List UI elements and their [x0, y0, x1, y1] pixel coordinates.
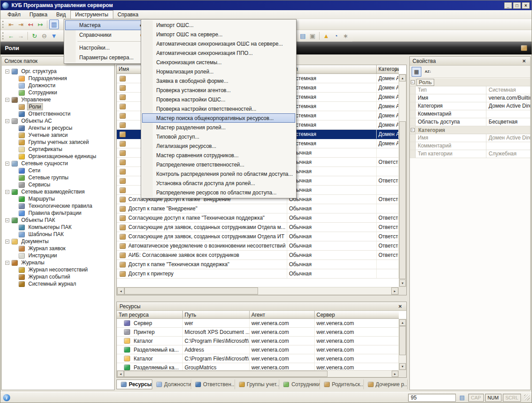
roles-table-row[interactable]: Доступ к принтеруОбычная — [117, 269, 399, 279]
resource-row[interactable]: Разделяемый ка...Addresswer.venera.comwe… — [117, 345, 399, 354]
close-icon[interactable]: × — [520, 58, 528, 64]
scroll-thumb[interactable] — [124, 371, 328, 377]
tree-node-Сетевые сущности[interactable]: −Сетевые сущности — [3, 160, 113, 167]
roles-vertical-scrollbar[interactable]: ▲ ▼ — [399, 74, 406, 287]
roles-table-row[interactable]: Согласующие доступ к папке "Техническая … — [117, 213, 399, 223]
tree-node-Ответственности[interactable]: Ответственности — [3, 110, 113, 117]
scroll-right-button[interactable]: ► — [392, 371, 398, 377]
prop-row-Тип[interactable]: ТипСистемная — [410, 86, 530, 94]
prop-value[interactable] — [486, 110, 530, 118]
tab-Группы учет...[interactable]: Группы учет... — [235, 380, 280, 389]
roles-table-row[interactable]: Согласующие для заявок, созданных сотруд… — [117, 232, 399, 241]
tab-Должности[interactable]: Должности — [152, 380, 191, 389]
submenu-item-Мастер поиска общекорпоративных ресурсов...[interactable]: Мастер поиска общекорпоративных ресурсов… — [142, 113, 295, 123]
collapse-icon[interactable]: − — [411, 80, 415, 84]
tree-node-Сетевые взаимодействия[interactable]: −Сетевые взаимодействия — [3, 188, 113, 195]
tab-Ресурсы[interactable]: Ресурсы — [116, 380, 152, 389]
maximize-button[interactable]: □ — [513, 2, 521, 9]
tree-node-Сети[interactable]: Сети — [3, 167, 113, 174]
prop-value[interactable]: Бесцветная — [486, 118, 530, 126]
tree-expand-toggle[interactable]: − — [5, 190, 9, 194]
menu-item-Мастера[interactable]: Мастера► — [65, 20, 146, 30]
tree-node-Управление[interactable]: −Управление — [3, 96, 113, 103]
tree-node-Объекты ПАК[interactable]: −Объекты ПАК — [3, 217, 113, 224]
tree-node-Сервисы[interactable]: Сервисы — [3, 181, 113, 188]
forward-icon[interactable]: → — [16, 31, 26, 41]
resource-row[interactable]: КаталогC:\Program Files\Microsoft\...wer… — [117, 337, 399, 345]
import-door-icon[interactable]: ⇤ — [6, 19, 16, 29]
tab-Сотрудники[interactable]: Сотрудники — [279, 380, 320, 389]
resources-horizontal-scrollbar[interactable]: ◄ ► — [117, 370, 399, 377]
tab-Дочерние р...[interactable]: Дочерние р... — [364, 380, 408, 389]
tree-node-Учетные записи[interactable]: Учетные записи — [3, 132, 113, 139]
back-icon[interactable]: ← — [6, 31, 16, 41]
prop-row-Комментарий[interactable]: Комментарий — [410, 142, 530, 150]
tree-node-Журналы[interactable]: −Журналы — [3, 259, 113, 266]
scroll-up-button[interactable]: ▲ — [399, 74, 406, 81]
tree-node-Журнал заявок[interactable]: Журнал заявок — [3, 245, 113, 252]
submenu-item-Контроль распределения ролей по областям доступа...[interactable]: Контроль распределения ролей по областям… — [142, 169, 295, 178]
resources-vertical-scrollbar[interactable]: ▲ ▼ — [399, 319, 406, 370]
request-journal-icon[interactable]: ▤ — [298, 31, 308, 41]
prop-group-Роль[interactable]: −Роль — [410, 78, 530, 86]
refresh-icon[interactable]: ↻ — [30, 31, 39, 41]
submenu-item-Легализация ресурсов...[interactable]: Легализация ресурсов... — [142, 141, 295, 151]
menu-item-Файл[interactable]: Файл — [3, 10, 25, 19]
journal-system-icon[interactable]: ∗ — [341, 31, 351, 41]
toolbar-grip[interactable] — [2, 32, 4, 39]
prop-value[interactable]: venera.com/Builtin... — [486, 94, 530, 102]
submenu-item-Проверка настройки ответственностей...[interactable]: Проверка настройки ответственностей... — [142, 104, 295, 113]
scroll-thumb[interactable] — [124, 287, 258, 294]
scroll-left-button[interactable]: ◄ — [117, 287, 124, 294]
tree-node-Группы учетных записей[interactable]: Группы учетных записей — [3, 139, 113, 146]
prop-row-Тип категории[interactable]: Тип категорииСлужебная — [410, 150, 530, 158]
submenu-item-Заявка в свободной форме...[interactable]: Заявка в свободной форме... — [142, 76, 295, 85]
roles-table-row[interactable]: Доступ к папке "Техническая поддержка"Об… — [117, 260, 399, 269]
copy-documents-icon[interactable]: ▣ — [308, 31, 317, 41]
roles-table-row[interactable]: Согласующие для заявок, созданных сотруд… — [117, 223, 399, 232]
tree-node-Компьютеры ПАК[interactable]: Компьютеры ПАК — [3, 224, 113, 231]
tree-node-Орг. структура[interactable]: −Орг. структура — [3, 68, 113, 75]
column-header-Путь[interactable]: Путь — [183, 311, 250, 319]
scroll-thumb[interactable] — [399, 326, 406, 355]
prop-value[interactable]: Домен Active Dire... — [486, 102, 530, 110]
tree-node-Журнал несоответствий[interactable]: Журнал несоответствий — [3, 266, 113, 273]
tree-node-Агенты и ресурсы[interactable]: Агенты и ресурсы — [3, 124, 113, 132]
close-icon[interactable]: × — [397, 303, 404, 310]
tree-expand-toggle[interactable]: − — [5, 240, 9, 244]
scroll-down-button[interactable]: ▼ — [399, 363, 406, 370]
tree-expand-toggle[interactable]: − — [5, 162, 9, 166]
submenu-item-Типовой доступ...[interactable]: Типовой доступ... — [142, 132, 295, 141]
tree-node-Технологические правила[interactable]: Технологические правила — [3, 202, 113, 209]
collapse-icon[interactable]: − — [411, 128, 415, 132]
scroll-right-button[interactable]: ► — [391, 287, 398, 294]
column-header-Тип[interactable]: Тип — [287, 65, 377, 74]
scroll-left-button[interactable]: ◄ — [117, 371, 124, 377]
close-button[interactable]: × — [522, 2, 530, 9]
prop-row-Категория[interactable]: КатегорияДомен Active Dire... — [410, 102, 530, 110]
scroll-down-button[interactable]: ▼ — [399, 279, 406, 287]
tree-node-Документы[interactable]: −Документы — [3, 238, 113, 245]
submenu-item-Мастер сравнения сотрудников...[interactable]: Мастер сравнения сотрудников... — [142, 151, 295, 160]
roles-table-row[interactable]: Автоматическое уведомление о возникновен… — [117, 241, 399, 251]
column-header-Агент[interactable]: Агент — [250, 311, 315, 319]
tree-node-Системный журнал[interactable]: Системный журнал — [3, 280, 113, 287]
exit-door-icon[interactable]: ⇥ — [16, 19, 26, 29]
stop-icon[interactable]: ⊖ — [39, 31, 49, 41]
prop-row-Имя[interactable]: ИмяДомен Active Dire... — [410, 134, 530, 142]
minimize-button[interactable]: _ — [504, 2, 512, 9]
alphabetical-sort-icon[interactable]: AZ↓ — [423, 67, 433, 77]
submenu-item-Автоматическая синхронизация ППО...[interactable]: Автоматическая синхронизация ППО... — [142, 48, 295, 58]
prop-row-Комментарий[interactable]: Комментарий — [410, 110, 530, 118]
menu-item-Инструменты[interactable]: Инструменты — [70, 10, 113, 19]
tree-node-Сетевые группы[interactable]: Сетевые группы — [3, 174, 113, 181]
journal-warning-icon[interactable]: ▲ — [321, 31, 331, 41]
filter-icon[interactable]: ▼ — [49, 31, 59, 41]
menu-item-Настройки...[interactable]: Настройки... — [65, 43, 146, 53]
column-header-Сервер[interactable]: Сервер — [315, 311, 399, 319]
submenu-item-Распределение ответственностей...[interactable]: Распределение ответственностей... — [142, 160, 295, 169]
tree-node-Сотрудники[interactable]: Сотрудники — [3, 89, 113, 96]
tree-node-Должности[interactable]: Должности — [3, 82, 113, 89]
tree-node-Журнал событий[interactable]: Журнал событий — [3, 273, 113, 280]
submenu-item-Мастер разделения ролей...[interactable]: Мастер разделения ролей... — [142, 123, 295, 132]
